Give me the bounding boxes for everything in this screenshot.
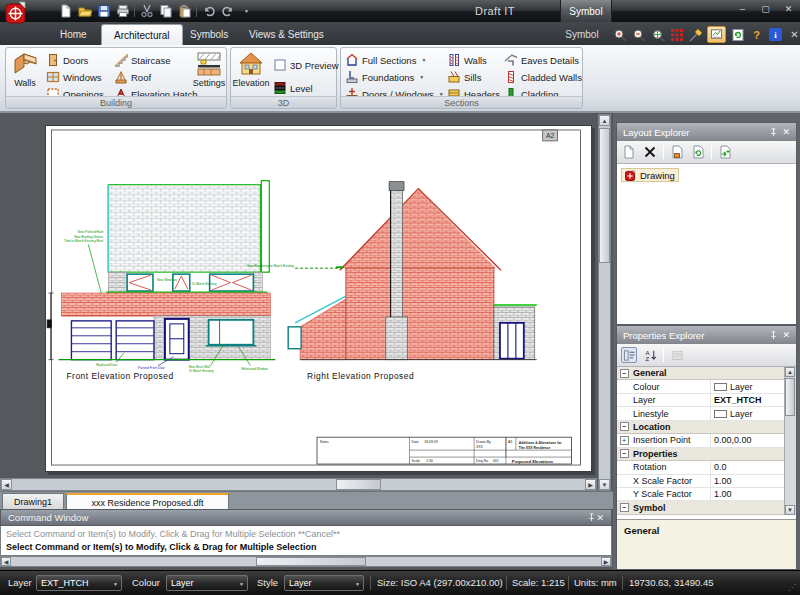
scroll-left-button[interactable]: ◀ [1,479,12,490]
layout-item-drawing[interactable]: Drawing [621,168,679,182]
properties-scroll-thumb[interactable] [785,378,795,416]
help-icon[interactable]: ? [749,27,764,42]
close-button[interactable]: ✕ [781,2,796,15]
collapse-icon[interactable]: − [620,369,629,378]
scroll-right-button[interactable]: ▶ [585,479,596,490]
scroll-down-button[interactable]: ▼ [785,505,795,515]
redo-icon[interactable] [220,4,235,19]
drawing-sheet[interactable]: A2 New Wind [46,126,591,471]
tab-architectural[interactable]: Architectural [101,24,183,45]
garage-door-1[interactable] [71,321,111,360]
refresh-icon[interactable] [730,27,745,42]
command-scrollbar[interactable]: ◀ ▶ [0,556,612,567]
garage-door-2[interactable] [116,321,154,360]
property-row-layer[interactable]: Layer EXT_HTCH [617,394,784,407]
zoom-out-icon[interactable] [631,27,646,42]
tab-views-settings[interactable]: Views & Settings [237,24,336,45]
front-brick-band[interactable] [61,293,270,316]
section-location[interactable]: − Location [617,421,784,434]
tab-symbols[interactable]: Symbols [178,24,240,45]
app-logo-icon[interactable] [5,1,27,25]
cladded-walls-button[interactable]: Cladded Walls [504,70,582,84]
section-properties[interactable]: − Properties [617,448,784,461]
front-window[interactable] [206,320,257,346]
layout-tree[interactable]: Drawing [617,164,796,324]
sills-button[interactable]: Sills [447,70,481,84]
command-scroll-thumb[interactable] [256,557,366,566]
ribbon-close-icon[interactable]: ✕ [787,27,800,42]
info-icon[interactable]: i [768,27,783,42]
scroll-left-button[interactable]: ◀ [1,557,11,566]
grid-icon[interactable] [669,27,684,42]
property-row-linestyle[interactable]: Linestyle Layer [617,407,784,420]
new-icon[interactable] [58,4,73,19]
properties-explorer-close-icon[interactable]: ✕ [782,330,790,340]
property-row-colour[interactable]: Colour Layer [617,380,784,393]
property-row-insertion-point[interactable]: + Insertion Point 0.00,0.00 [617,434,784,447]
sections-walls-button[interactable]: Walls [447,53,487,67]
resize-grip[interactable]: ⋰ [788,583,797,592]
section-general[interactable]: − General [617,367,784,380]
scroll-down-button[interactable]: ▼ [599,479,610,490]
windows-button[interactable]: Windows [46,70,102,84]
foundations-button[interactable]: Foundations▼ [345,70,424,84]
drawing-canvas[interactable]: A2 New Wind [45,125,592,472]
import-layout-icon[interactable] [717,144,733,160]
right-extension[interactable] [493,305,537,360]
gable-wall[interactable] [346,268,494,359]
collapse-icon[interactable]: − [620,449,629,458]
side-window[interactable] [288,327,301,349]
save-icon[interactable] [96,4,111,19]
zoom-in-icon[interactable] [612,27,627,42]
command-window-titlebar[interactable]: Command Window ✕ [0,509,612,526]
properties-scrollbar[interactable]: ▲ ▼ [784,367,796,515]
layout-explorer-close-icon[interactable]: ✕ [782,127,790,137]
settings-button[interactable]: Settings [192,51,226,97]
property-row-rotation[interactable]: Rotation 0.0 [617,461,784,474]
new-layout-icon[interactable] [621,144,637,160]
qat-overflow-icon[interactable]: ▼ [239,4,254,19]
pin-icon[interactable] [587,513,596,522]
open-icon[interactable] [77,4,92,19]
delete-layout-icon[interactable] [642,144,658,160]
undo-icon[interactable] [201,4,216,19]
doors-button[interactable]: Doors [46,53,88,67]
property-row-yscale[interactable]: Y Scale Factor 1.00 [617,488,784,501]
front-door[interactable] [165,319,189,360]
eaves-details-button[interactable]: Eaves Details [504,53,579,67]
paste-icon[interactable] [177,4,192,19]
front-elevation[interactable]: New Windows To Match Existing [47,181,275,381]
property-row-xscale[interactable]: X Scale Factor 1.00 [617,475,784,488]
colour-dropdown[interactable]: Layer▼ [166,575,248,591]
style-dropdown[interactable]: Layer▼ [284,575,364,591]
command-history[interactable]: Select Command or Item(s) to Modify, Cli… [0,526,612,556]
tab-residence-proposed[interactable]: xxx Residence Proposed.dft [66,493,229,510]
front-roof[interactable] [108,185,260,272]
staircase-button[interactable]: Staircase [114,53,171,67]
canvas-horizontal-scrollbar[interactable]: ◀ ▶ [0,478,597,491]
collapse-icon[interactable]: − [620,503,629,512]
properties-explorer-titlebar[interactable]: Properties Explorer ✕ [617,326,796,344]
tab-home[interactable]: Home [48,24,99,45]
copy-icon[interactable] [158,4,173,19]
pin-icon[interactable] [769,331,778,340]
pin-icon[interactable] [769,128,778,137]
expand-icon[interactable]: + [620,436,629,445]
snap-icon[interactable] [688,27,703,42]
maximize-button[interactable]: ▢ [758,2,773,15]
copy-layout-icon[interactable] [669,144,685,160]
layer-dropdown[interactable]: EXT_HTCH▼ [36,575,122,591]
vertical-scroll-thumb[interactable] [599,128,610,263]
collapse-icon[interactable]: − [620,422,629,431]
walls-button[interactable]: Walls [8,51,42,97]
section-symbol[interactable]: − Symbol [617,501,784,514]
3d-preview-checkbox[interactable]: 3D Preview [273,58,339,72]
context-ribbon-tab-symbol[interactable]: Symbol [560,0,612,22]
zoom-extents-icon[interactable] [650,27,665,42]
canvas-vertical-scrollbar[interactable]: ▲ ▼ [598,114,611,491]
roof-button[interactable]: Roof [114,70,151,84]
scroll-right-button[interactable]: ▶ [601,557,611,566]
print-icon[interactable] [115,4,130,19]
command-window-close-icon[interactable]: ✕ [596,513,604,523]
cut-icon[interactable] [139,4,154,19]
